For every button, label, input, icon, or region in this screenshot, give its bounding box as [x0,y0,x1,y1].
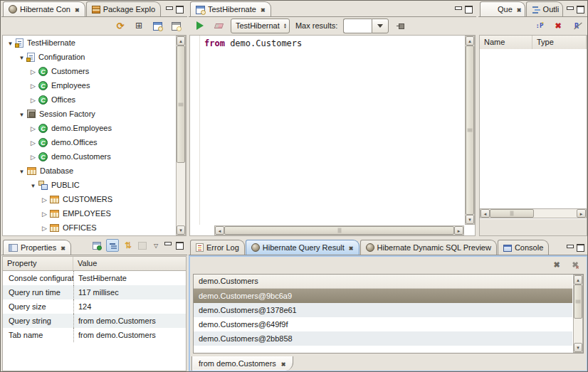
scroll-thumb[interactable] [574,285,582,319]
max-results-combo[interactable] [343,18,389,33]
tree-item[interactable]: demo.Employees [3,121,175,135]
view-tab[interactable]: Console [498,240,549,255]
results-vertical-scrollbar[interactable] [573,275,583,353]
parameters-horizontal-scrollbar[interactable] [480,208,587,218]
tree-item[interactable]: Offices [3,92,175,107]
result-column-header[interactable]: demo.Customers [194,275,572,289]
editor-vertical-scrollbar[interactable] [465,36,475,225]
sort-properties-icon[interactable]: ⇅ [123,239,133,252]
tree-item[interactable]: OFFICES [3,220,175,235]
scroll-up-icon[interactable] [574,275,582,285]
view-tab[interactable]: Error Log [190,240,245,255]
close-icon[interactable] [261,5,266,14]
pin-property-view-icon[interactable] [92,239,102,252]
open-hql-editor-icon[interactable] [151,19,164,32]
close-icon[interactable] [75,5,80,14]
expander-icon[interactable] [40,223,49,232]
property-row[interactable]: Console configuration TestHibernate [3,271,186,285]
expander-icon[interactable] [40,195,49,203]
property-row[interactable]: Query size 124 [3,299,186,314]
property-row[interactable]: Query run time 117 millisec [3,285,186,299]
expander-icon[interactable] [17,110,26,118]
expander-icon[interactable] [17,166,26,175]
result-row[interactable]: demo.Customers@1378e61 [194,303,572,317]
scroll-thumb[interactable] [224,226,454,235]
tree-item[interactable]: TestHibernate [3,36,175,50]
clear-editor-icon[interactable] [212,19,225,32]
scroll-up-icon[interactable] [177,36,185,46]
column-header-value[interactable]: Value [73,257,186,270]
close-icon[interactable] [281,359,286,368]
new-parameter-icon[interactable]: :P [533,19,546,32]
scroll-thumb[interactable] [490,209,534,218]
column-header-type[interactable]: Type [532,36,587,49]
view-tab[interactable]: Properties [3,240,71,255]
result-row[interactable]: demo.Customers@2bb858 [194,331,572,346]
show-categories-icon[interactable] [106,239,119,252]
close-all-results-icon[interactable]: ✖ [569,258,582,271]
expander-icon[interactable] [28,67,38,75]
scroll-down-icon[interactable] [177,225,185,235]
minimize-icon[interactable] [164,242,172,245]
minimize-icon[interactable] [567,245,574,248]
dropdown-icon[interactable] [372,18,389,33]
minimize-icon[interactable] [166,6,173,10]
parameters-table-body[interactable] [480,49,587,208]
scroll-thumb[interactable] [466,46,474,215]
pin-editor-icon[interactable] [394,19,407,32]
expander-icon[interactable] [17,53,26,61]
maximize-icon[interactable] [176,242,184,250]
view-tab[interactable]: Package Explo [86,1,161,16]
run-query-button[interactable] [194,19,206,32]
close-result-icon[interactable]: ✖ [550,258,563,271]
tree-item[interactable]: Employees [3,78,175,92]
scroll-down-icon[interactable] [466,215,474,224]
tree-item[interactable]: CUSTOMERS [3,192,175,206]
toggle-parameters-icon[interactable]: R [570,19,583,32]
scroll-up-icon[interactable] [466,36,474,46]
tree-item[interactable]: Session Factory [3,107,175,121]
maximize-icon[interactable] [577,244,584,252]
restore-default-icon[interactable] [137,239,147,252]
refresh-icon[interactable]: ⟳ [114,19,127,32]
editor-content[interactable]: from demo.Customers [189,35,476,236]
maximize-icon[interactable] [176,6,184,14]
configuration-combo[interactable]: TestHibernate ▲▼ [231,18,290,33]
add-configuration-icon[interactable]: ⊞ [132,19,145,32]
result-row[interactable]: demo.Customers@649f9f [194,317,572,331]
property-row[interactable]: Query string from demo.Customers [3,314,186,328]
expander-icon[interactable] [28,95,38,104]
remove-parameter-icon[interactable]: ✖ [552,19,565,32]
expander-icon[interactable] [6,38,15,47]
view-tab[interactable]: Hibernate Query Result [246,240,359,255]
hql-code[interactable]: from demo.Customers [204,38,463,48]
expander-icon[interactable] [40,209,49,218]
maximize-icon[interactable] [577,6,584,14]
scroll-down-icon[interactable] [574,343,582,352]
tree-item[interactable]: EMPLOYEES [3,206,175,220]
maximize-icon[interactable] [465,6,473,14]
expander-icon[interactable] [28,181,38,189]
expander-icon[interactable] [28,138,38,147]
expander-icon[interactable] [28,124,38,132]
tree-item[interactable]: PUBLIC [3,178,175,192]
tree-item[interactable]: Database [3,164,175,178]
view-tab[interactable]: Hibernate Dynamic SQL Preview [360,240,497,255]
scroll-left-icon[interactable] [481,209,490,218]
open-criteria-editor-icon[interactable] [169,19,182,32]
view-tab[interactable]: Hibernate Con [3,1,85,16]
close-icon[interactable] [517,5,522,14]
view-tab[interactable]: Que [480,1,525,16]
result-row[interactable]: demo.Customers@9bc6a9 [194,289,572,303]
scroll-right-icon[interactable] [577,209,586,218]
scroll-left-icon[interactable] [215,226,224,235]
column-header-property[interactable]: Property [3,257,73,270]
view-tab[interactable]: Outli [526,1,563,16]
close-icon[interactable] [349,243,354,252]
editor-tab[interactable]: TestHibernate [190,1,271,16]
close-icon[interactable] [61,243,65,252]
result-tab[interactable]: from demo.Customers [191,356,293,371]
minimize-icon[interactable] [455,6,462,10]
editor-horizontal-scrollbar[interactable] [214,225,464,235]
tree-item[interactable]: Customers [3,64,175,78]
